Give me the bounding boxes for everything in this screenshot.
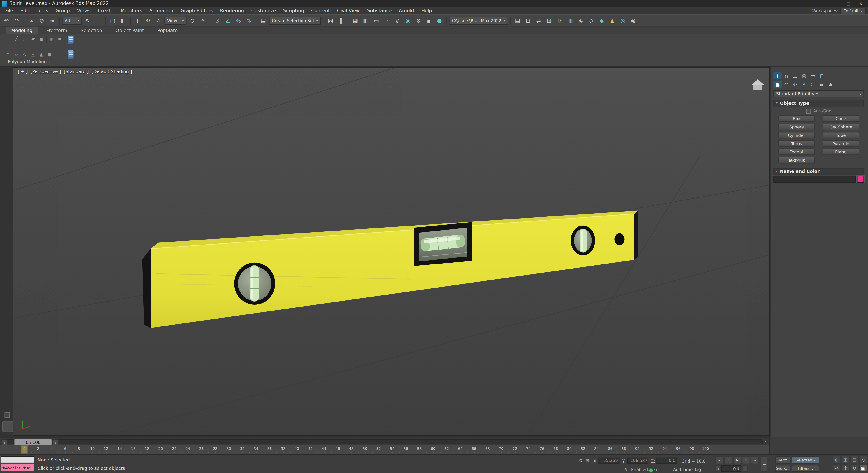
rectangular-selection-icon[interactable]: ▢ — [108, 16, 118, 25]
viewport-standard-menu[interactable]: [Standard ] — [64, 69, 89, 74]
tweak-icon[interactable]: ▣ — [56, 35, 63, 43]
render-production-icon[interactable]: ● — [435, 16, 444, 25]
menu-create[interactable]: Create — [94, 7, 117, 14]
primitive-pyramid-button[interactable]: Pyramid — [823, 140, 859, 147]
y-coordinate-field[interactable]: -106,587 — [627, 457, 648, 464]
scene-explorer-icon[interactable]: ▦ — [350, 16, 360, 25]
walk-through-icon[interactable]: ↑ — [841, 464, 850, 472]
align-x-icon[interactable]: △ — [29, 51, 37, 58]
viewport-layout-button[interactable] — [2, 421, 13, 432]
primitive-teapot-button[interactable]: Teapot — [778, 148, 815, 155]
selection-filter-dropdown[interactable]: All — [62, 16, 82, 25]
select-and-place-icon[interactable]: ⌖ — [198, 16, 208, 25]
preserve-uvs-icon[interactable]: ▦ — [48, 35, 55, 43]
ribbon-tab-freeform[interactable]: Freeform — [41, 27, 72, 34]
menu-file[interactable]: File — [2, 7, 17, 14]
selection-lock-icon[interactable]: ⊘ — [579, 458, 583, 463]
collapse-icon[interactable]: ◻ — [4, 51, 12, 58]
asset-tracking-icon[interactable]: ⊟ — [524, 16, 533, 25]
make-planar-icon[interactable]: ▲ — [38, 51, 45, 58]
border-mode-icon[interactable]: ▢ — [21, 35, 28, 43]
menu-customize[interactable]: Customize — [248, 7, 279, 14]
zoom-all-icon[interactable]: ⊞ — [841, 456, 850, 464]
maxscript-listener-field[interactable] — [0, 456, 34, 463]
selected-dropdown[interactable]: Selected — [792, 456, 819, 464]
geometry-category-icon[interactable]: ● — [773, 81, 782, 88]
primitive-cone-button[interactable]: Cone — [823, 115, 859, 122]
primitive-torus-button[interactable]: Torus — [778, 140, 815, 147]
element-mode-icon[interactable]: ◼ — [38, 35, 45, 43]
redo-icon[interactable]: ↷ — [12, 16, 22, 25]
select-and-link-icon[interactable]: ∞ — [27, 16, 36, 25]
ribbon-tab-selection[interactable]: Selection — [75, 27, 107, 34]
display-tab-icon[interactable]: ▭ — [809, 72, 817, 79]
menu-scripting[interactable]: Scripting — [280, 7, 308, 14]
motion-tab-icon[interactable]: ◎ — [800, 72, 808, 79]
ribbon-tab-modeling[interactable]: Modeling — [5, 27, 38, 34]
arnold-light-icon[interactable]: ▲ — [608, 16, 617, 25]
rendered-frame-icon[interactable]: ▣ — [424, 16, 434, 25]
modify-tab-icon[interactable]: ∩ — [782, 72, 790, 79]
use-pivot-center-icon[interactable]: ⊙ — [188, 16, 197, 25]
select-and-scale-icon[interactable]: △ — [154, 16, 163, 25]
menu-graph-editors[interactable]: Graph Editors — [177, 7, 217, 14]
render-preview-icon[interactable]: ◎ — [618, 16, 627, 25]
zoom-icon[interactable]: ⊕ — [833, 456, 841, 464]
primitive-box-button[interactable]: Box — [778, 115, 815, 122]
ribbon-config-icon[interactable]: ∙∙ — [165, 28, 169, 32]
zoom-region-icon[interactable]: ◇ — [859, 456, 868, 464]
generate-topology-icon[interactable]: ▱ — [13, 51, 20, 58]
object-name-field[interactable] — [773, 176, 856, 183]
menu-animation[interactable]: Animation — [146, 7, 177, 14]
close-button[interactable]: × — [855, 0, 867, 7]
align-icon[interactable]: ∥ — [336, 16, 346, 25]
auto-key-button[interactable]: Auto — [775, 456, 791, 464]
helpers-category-icon[interactable]: ∷ — [809, 81, 817, 88]
menu-rendering[interactable]: Rendering — [216, 7, 248, 14]
snaps-toggle-icon[interactable]: 3 — [213, 16, 222, 25]
info-icon[interactable]: ⓘ — [654, 467, 658, 472]
create-tab-icon[interactable]: + — [773, 72, 782, 79]
frame-spinner-icon[interactable]: ⇅ — [737, 467, 740, 470]
shapes-category-icon[interactable]: ◠ — [782, 81, 790, 88]
object-color-swatch[interactable] — [857, 176, 864, 183]
previous-key-button[interactable]: ‹ — [724, 456, 733, 464]
minimize-button[interactable]: – — [830, 0, 842, 7]
track-bar[interactable]: 0246810121416182022242628303234363840424… — [0, 445, 770, 454]
material-editor-icon[interactable]: ◉ — [403, 16, 413, 25]
primitive-tube-button[interactable]: Tube — [823, 132, 859, 139]
undo-icon[interactable]: ↶ — [2, 16, 11, 25]
select-and-move-icon[interactable]: + — [133, 16, 143, 25]
ribbon-tab-object-paint[interactable]: Object Paint — [111, 27, 149, 34]
select-and-rotate-icon[interactable]: ↻ — [143, 16, 153, 25]
previous-frame-button[interactable]: ◂ — [715, 465, 720, 472]
menu-help[interactable]: Help — [418, 7, 436, 14]
viewport-pov-menu[interactable]: [Perspective ] — [31, 69, 61, 74]
next-key-button[interactable]: › — [742, 456, 750, 464]
space-warps-category-icon[interactable]: ≈ — [817, 81, 826, 88]
batch-render-icon[interactable]: ⊞ — [545, 16, 554, 25]
go-to-start-button[interactable]: « — [715, 456, 723, 464]
ribbon-blue-button-top[interactable] — [68, 35, 74, 45]
angle-snap-icon[interactable]: ∠ — [223, 16, 232, 25]
absolute-mode-icon[interactable]: ⊞ — [586, 458, 589, 463]
render-setup-icon[interactable]: ⚙ — [414, 16, 423, 25]
menu-modifiers[interactable]: Modifiers — [117, 7, 146, 14]
schematic-view-icon[interactable]: # — [393, 16, 402, 25]
pan-icon[interactable]: ↔ — [833, 464, 841, 472]
primitive-cylinder-button[interactable]: Cylinder — [778, 132, 815, 139]
reference-coordinate-dropdown[interactable]: View — [164, 16, 186, 25]
civil-view-icon[interactable]: ◇ — [587, 16, 596, 25]
bind-to-space-warp-icon[interactable]: ≈ — [48, 16, 57, 25]
visibility-icon[interactable]: ◉ — [629, 16, 638, 25]
light-lister-icon[interactable]: ☼ — [555, 16, 564, 25]
maxscript-mini-recorder[interactable]: MAXScript Mini — [0, 464, 34, 471]
spinner-snap-icon[interactable]: ⇅ — [244, 16, 254, 25]
polygon-mode-icon[interactable]: ▰ — [29, 35, 37, 43]
primitive-plane-button[interactable]: Plane — [823, 148, 859, 155]
percent-snap-icon[interactable]: % — [234, 16, 243, 25]
name-color-rollout-header[interactable]: ▾ Name and Color — [773, 168, 864, 174]
time-slider-handle[interactable]: 0 / 100 — [14, 439, 52, 445]
pencil-icon[interactable]: ✎ — [624, 467, 628, 472]
scene-states-icon[interactable]: ◈ — [576, 16, 585, 25]
